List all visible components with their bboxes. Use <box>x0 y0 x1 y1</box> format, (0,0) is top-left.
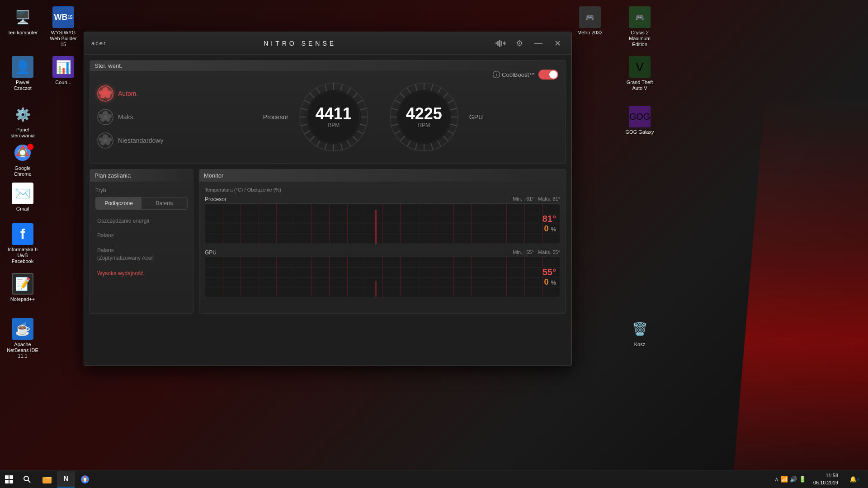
taskbar-date: 06.10.2019 <box>813 479 838 486</box>
power-tab-podlaczone[interactable]: Podłączone <box>96 197 142 209</box>
desktop-icon-kosz[interactable]: 🗑️ Kosz <box>622 316 658 349</box>
tray-chevron[interactable]: ∧ <box>774 476 779 483</box>
cpu-load-display: 0 % <box>542 224 556 234</box>
svg-rect-6 <box>499 40 500 47</box>
monitor-gpu-chart: 55° 0 % <box>205 257 560 297</box>
title-sense: SENSE <box>302 40 336 47</box>
desktop-icon-counter[interactable]: 📊 Coun... <box>45 54 81 87</box>
kosz-icon: 🗑️ <box>629 318 651 340</box>
desktop-icon-gta[interactable]: V Grand Theft Auto V <box>622 54 658 93</box>
close-button[interactable]: ✕ <box>551 37 564 50</box>
taskbar-search-button[interactable] <box>18 470 36 488</box>
svg-rect-5 <box>497 41 499 46</box>
desktop-icon-fb[interactable]: f Informatyka II UwB Facebook <box>5 221 41 267</box>
desktop-icon-gmail[interactable]: ✉️ Gmail <box>5 181 41 214</box>
audio-visualizer-button[interactable] <box>494 37 507 50</box>
power-options-list: Oszczędzanie energii Balans Balans [Zopt… <box>95 217 188 277</box>
monitor-cpu-chart: 81° 0 % <box>205 203 560 244</box>
gta-icon: V <box>629 56 651 78</box>
svg-point-56 <box>84 478 86 481</box>
fan-control-section: Ster. went. i CoolBoost™ <box>90 60 566 164</box>
gta-label: Grand Theft Auto V <box>623 80 656 91</box>
coolboost-info-icon[interactable]: i <box>493 71 500 78</box>
power-option-oszczedzanie[interactable]: Oszczędzanie energii <box>95 217 188 225</box>
tray-network-icon[interactable]: 📶 <box>781 476 788 483</box>
gpu-maks-val: 55° <box>552 249 560 255</box>
desktop-icon-pawel[interactable]: 👤 Paweł Czeczot <box>5 54 41 93</box>
taskbar-apps: N <box>36 471 774 488</box>
monitor-subtitle: Temperatura (°C) / Obciążenie (%) <box>205 187 560 192</box>
title-nitro: NITRO <box>264 40 297 47</box>
ten-komputer-label: Ten komputer <box>8 30 38 36</box>
desktop-icon-chrome[interactable]: Google Chrome <box>5 140 41 179</box>
coolboost-toggle[interactable] <box>538 70 558 80</box>
cpu-fan-group: Procesor <box>263 81 370 153</box>
cpu-load-unit: % <box>551 226 556 233</box>
notification-count: 4 <box>857 477 859 482</box>
netbeans-icon: ☕ <box>12 318 33 340</box>
desktop-icon-wysiwyg[interactable]: WB15 WYSIWYG Web Builder 15 <box>45 5 81 50</box>
start-button[interactable] <box>0 470 18 488</box>
tray-volume-icon[interactable]: 🔊 <box>790 476 797 483</box>
gpu-rpm-value: 4225 <box>406 106 442 122</box>
monitor-stats-list: Procesor Min. : 81° Maks. 81° <box>205 196 560 297</box>
bottom-section: Plan zasilania Tryb Podłączone Bateria O… <box>90 169 566 314</box>
svg-point-50 <box>24 476 28 481</box>
monitor-cpu-header: Procesor Min. : 81° Maks. 81° <box>205 196 560 202</box>
fan-option-autom[interactable]: Autom. <box>97 85 188 102</box>
gog-icon: GOG <box>629 106 651 127</box>
desktop-icon-metro[interactable]: 🎮 Metro 2033 <box>572 5 608 38</box>
desktop-icon-gog[interactable]: GOG GOG Galaxy <box>622 104 658 137</box>
cpu-fan-value: 4411 RPM <box>316 106 352 128</box>
wysiwyg-icon: WB15 <box>52 6 74 28</box>
desktop-icon-panel[interactable]: ⚙️ Panel sterowania <box>5 102 41 141</box>
monitor-cpu-stat: Procesor Min. : 81° Maks. 81° <box>205 196 560 244</box>
notification-button[interactable]: 🔔4 <box>845 470 863 488</box>
desktop-icon-ten-komputer[interactable]: 🖥️ Ten komputer <box>5 5 41 38</box>
metro-label: Metro 2033 <box>577 30 603 36</box>
gpu-rpm-unit: RPM <box>406 122 442 128</box>
svg-rect-49 <box>9 480 13 483</box>
monitor-gpu-minmax: Min. : 55° Maks. 55° <box>513 249 560 256</box>
notepad-icon: 📝 <box>12 273 33 295</box>
svg-rect-7 <box>501 41 502 46</box>
fan-option-custom[interactable]: Niestandardowy <box>97 132 188 149</box>
taskbar-clock[interactable]: 11:58 06.10.2019 <box>810 472 842 486</box>
fb-icon: f <box>12 223 33 245</box>
crysis-icon: 🎮 <box>629 6 651 28</box>
cpu-rpm-unit: RPM <box>316 122 352 128</box>
svg-rect-8 <box>503 42 504 44</box>
fan-gauges: Procesor <box>188 76 558 158</box>
desktop-icon-notepad[interactable]: 📝 Notepad++ <box>5 271 41 304</box>
taskbar: N ∧ 📶 🔊 🔋 11:58 06 <box>0 470 868 488</box>
desktop-icon-netbeans[interactable]: ☕ Apache NetBeans IDE 11.1 <box>5 316 41 361</box>
netbeans-label: Apache NetBeans IDE 11.1 <box>6 342 39 360</box>
minimize-button[interactable]: — <box>532 37 545 50</box>
power-option-balans[interactable]: Balans <box>95 231 188 239</box>
gpu-min-val: 55° <box>526 249 534 255</box>
gpu-load-unit: % <box>551 279 556 286</box>
gpu-fan-label: GPU <box>469 113 483 121</box>
counter-icon: 📊 <box>52 56 74 78</box>
fan-option-maks[interactable]: Maks. <box>97 109 188 125</box>
cpu-fan-label: Procesor <box>263 113 288 121</box>
power-plan-tabs: Podłączone Bateria <box>95 197 188 210</box>
desktop-icon-crysis[interactable]: 🎮 Crysis 2 Maximum Edition <box>622 5 658 50</box>
taskbar-chrome[interactable] <box>76 471 94 488</box>
gmail-label: Gmail <box>16 206 29 212</box>
settings-button[interactable]: ⚙ <box>513 37 526 50</box>
power-tab-bateria[interactable]: Bateria <box>142 197 187 209</box>
ten-komputer-icon: 🖥️ <box>12 6 33 28</box>
taskbar-file-explorer[interactable] <box>38 471 56 488</box>
fan-autom-label: Autom. <box>118 90 138 97</box>
power-option-wysoka[interactable]: Wysoka wydajność <box>95 269 188 277</box>
gpu-temp-display: 55° <box>542 267 556 277</box>
taskbar-nitrosense[interactable]: N <box>57 471 75 488</box>
svg-point-3 <box>20 150 25 155</box>
power-option-balans-acer[interactable]: Balans [Zoptymalizowany Acer] <box>95 246 188 263</box>
coolboost-label: CoolBoost™ <box>502 71 535 78</box>
pawel-label: Paweł Czeczot <box>6 80 39 91</box>
cpu-load-val: 0 <box>544 224 548 233</box>
pawel-icon: 👤 <box>12 56 33 78</box>
tray-battery-icon[interactable]: 🔋 <box>799 476 806 483</box>
